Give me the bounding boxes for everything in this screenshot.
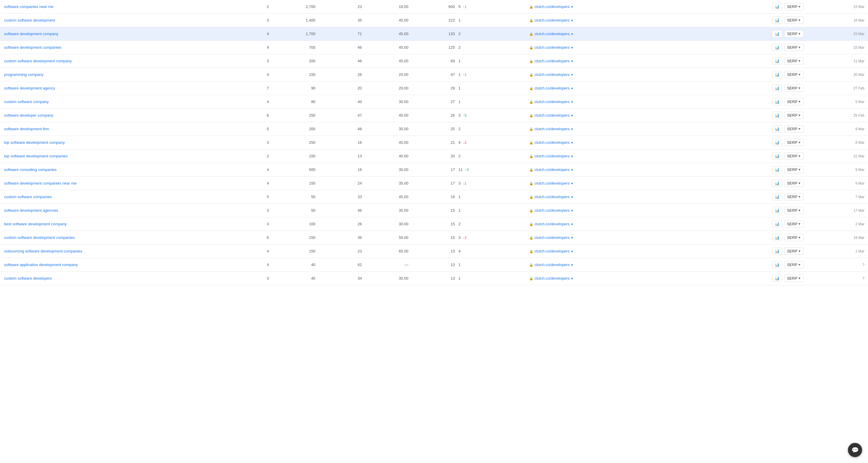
url-link[interactable]: clutch.co/developers xyxy=(534,154,570,158)
keyword-link[interactable]: software development company xyxy=(4,32,59,36)
url-dropdown-icon[interactable]: ▼ xyxy=(570,60,574,63)
serp-button[interactable]: SERP ▼ xyxy=(784,207,804,214)
serp-button[interactable]: SERP ▼ xyxy=(784,139,804,146)
url-dropdown-icon[interactable]: ▼ xyxy=(570,19,574,22)
keyword-link[interactable]: software development agencies xyxy=(4,208,58,213)
url-dropdown-icon[interactable]: ▼ xyxy=(570,46,574,49)
chart-button[interactable]: 📊 xyxy=(772,193,782,200)
chart-button[interactable]: 📊 xyxy=(772,180,782,187)
url-link[interactable]: clutch.co/developers xyxy=(534,167,570,172)
chart-button[interactable]: 📊 xyxy=(772,139,782,146)
chart-button[interactable]: 📊 xyxy=(772,125,782,132)
keyword-link[interactable]: software development companies near me xyxy=(4,181,76,185)
keyword-link[interactable]: software development companies xyxy=(4,45,61,50)
serp-button[interactable]: SERP ▼ xyxy=(784,17,804,24)
serp-button[interactable]: SERP ▼ xyxy=(784,193,804,200)
url-dropdown-icon[interactable]: ▼ xyxy=(570,250,574,253)
url-link[interactable]: clutch.co/developers xyxy=(534,208,570,213)
url-link[interactable]: clutch.co/developers xyxy=(534,18,570,23)
serp-button[interactable]: SERP ▼ xyxy=(784,44,804,51)
chart-button[interactable]: 📊 xyxy=(772,220,782,228)
url-dropdown-icon[interactable]: ▼ xyxy=(570,168,574,172)
url-link[interactable]: clutch.co/developers xyxy=(534,86,570,90)
serp-button[interactable]: SERP ▼ xyxy=(784,275,804,282)
keyword-link[interactable]: software companies near me xyxy=(4,4,54,9)
serp-button[interactable]: SERP ▼ xyxy=(784,98,804,105)
keyword-link[interactable]: custom software development companies xyxy=(4,235,75,240)
url-link[interactable]: clutch.co/developers xyxy=(534,249,570,253)
keyword-link[interactable]: top software development companies xyxy=(4,154,68,158)
serp-button[interactable]: SERP ▼ xyxy=(784,220,804,228)
chart-button[interactable]: 📊 xyxy=(772,30,782,37)
chart-button[interactable]: 📊 xyxy=(772,247,782,255)
url-link[interactable]: clutch.co/developers xyxy=(534,140,570,145)
url-link[interactable]: clutch.co/developers xyxy=(534,59,570,63)
url-link[interactable]: clutch.co/developers xyxy=(534,32,570,36)
keyword-link[interactable]: software consulting companies xyxy=(4,167,57,172)
chart-button[interactable]: 📊 xyxy=(772,57,782,65)
chart-button[interactable]: 📊 xyxy=(772,207,782,214)
keyword-link[interactable]: custom software company xyxy=(4,99,49,104)
url-link[interactable]: clutch.co/developers xyxy=(534,222,570,226)
url-dropdown-icon[interactable]: ▼ xyxy=(570,236,574,240)
url-dropdown-icon[interactable]: ▼ xyxy=(570,87,574,90)
chart-button[interactable]: 📊 xyxy=(772,234,782,241)
url-link[interactable]: clutch.co/developers xyxy=(534,276,570,280)
url-link[interactable]: clutch.co/developers xyxy=(534,194,570,199)
url-dropdown-icon[interactable]: ▼ xyxy=(570,264,574,267)
serp-button[interactable]: SERP ▼ xyxy=(784,57,804,65)
url-dropdown-icon[interactable]: ▼ xyxy=(570,32,574,36)
url-dropdown-icon[interactable]: ▼ xyxy=(570,277,574,280)
serp-button[interactable]: SERP ▼ xyxy=(784,261,804,269)
keyword-link[interactable]: software application development company xyxy=(4,263,78,267)
url-link[interactable]: clutch.co/developers xyxy=(534,72,570,77)
keyword-link[interactable]: software developer company xyxy=(4,113,53,118)
url-dropdown-icon[interactable]: ▼ xyxy=(570,73,574,76)
keyword-link[interactable]: outsourcing software development compani… xyxy=(4,249,82,253)
serp-button[interactable]: SERP ▼ xyxy=(784,85,804,92)
keyword-link[interactable]: custom software development company xyxy=(4,59,72,63)
keyword-link[interactable]: custom software developers xyxy=(4,276,52,280)
url-link[interactable]: clutch.co/developers xyxy=(534,235,570,240)
url-link[interactable]: clutch.co/developers xyxy=(534,99,570,104)
keyword-link[interactable]: best software development company xyxy=(4,222,67,226)
serp-button[interactable]: SERP ▼ xyxy=(784,3,804,10)
url-link[interactable]: clutch.co/developers xyxy=(534,263,570,267)
chart-button[interactable]: 📊 xyxy=(772,166,782,173)
url-link[interactable]: clutch.co/developers xyxy=(534,181,570,185)
url-link[interactable]: clutch.co/developers xyxy=(534,4,570,9)
chart-button[interactable]: 📊 xyxy=(772,112,782,119)
chart-button[interactable]: 📊 xyxy=(772,261,782,269)
serp-button[interactable]: SERP ▼ xyxy=(784,166,804,173)
keyword-link[interactable]: top software development company xyxy=(4,140,65,145)
chart-button[interactable]: 📊 xyxy=(772,152,782,160)
keyword-link[interactable]: custom software companies xyxy=(4,194,52,199)
url-dropdown-icon[interactable]: ▼ xyxy=(570,223,574,226)
serp-button[interactable]: SERP ▼ xyxy=(784,71,804,78)
keyword-link[interactable]: software development agency xyxy=(4,86,55,90)
url-dropdown-icon[interactable]: ▼ xyxy=(570,209,574,212)
url-dropdown-icon[interactable]: ▼ xyxy=(570,141,574,144)
url-link[interactable]: clutch.co/developers xyxy=(534,113,570,118)
url-dropdown-icon[interactable]: ▼ xyxy=(570,5,574,8)
keyword-link[interactable]: software development firm xyxy=(4,127,49,131)
keyword-link[interactable]: programming company xyxy=(4,72,43,77)
url-dropdown-icon[interactable]: ▼ xyxy=(570,182,574,185)
url-dropdown-icon[interactable]: ▼ xyxy=(570,128,574,131)
url-link[interactable]: clutch.co/developers xyxy=(534,127,570,131)
chart-button[interactable]: 📊 xyxy=(772,44,782,51)
serp-button[interactable]: SERP ▼ xyxy=(784,234,804,241)
chart-button[interactable]: 📊 xyxy=(772,3,782,10)
url-link[interactable]: clutch.co/developers xyxy=(534,45,570,50)
serp-button[interactable]: SERP ▼ xyxy=(784,112,804,119)
chart-button[interactable]: 📊 xyxy=(772,71,782,78)
serp-button[interactable]: SERP ▼ xyxy=(784,125,804,132)
serp-button[interactable]: SERP ▼ xyxy=(784,30,804,37)
url-dropdown-icon[interactable]: ▼ xyxy=(570,100,574,104)
url-dropdown-icon[interactable]: ▼ xyxy=(570,114,574,117)
keyword-link[interactable]: custom software development xyxy=(4,18,55,23)
url-dropdown-icon[interactable]: ▼ xyxy=(570,195,574,199)
chart-button[interactable]: 📊 xyxy=(772,17,782,24)
serp-button[interactable]: SERP ▼ xyxy=(784,152,804,160)
url-dropdown-icon[interactable]: ▼ xyxy=(570,155,574,158)
